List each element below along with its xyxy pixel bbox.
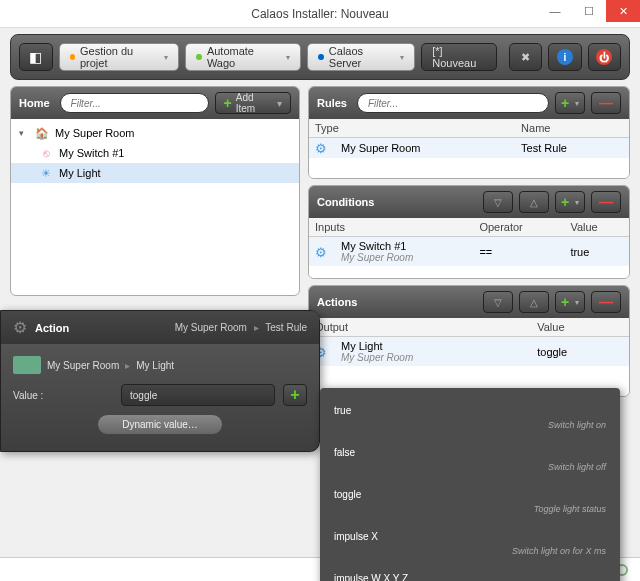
arrow-up-icon: △ <box>530 197 538 208</box>
chevron-down-icon: ▾ <box>575 298 579 307</box>
actions-add-button[interactable]: +▾ <box>555 291 585 313</box>
window-minimize-button[interactable]: — <box>538 0 572 22</box>
dropdown-item-impulse-wxyz[interactable]: impulse W X Y Z Blink the light followin… <box>320 560 620 581</box>
plus-icon: + <box>561 294 569 310</box>
rules-filter-input[interactable] <box>357 93 549 113</box>
rules-col-name: Name <box>515 119 629 138</box>
conditions-panel: Conditions ▽ △ +▾ — Inputs Operator Valu… <box>308 185 630 279</box>
home-panel-title: Home <box>19 97 50 109</box>
value-add-button[interactable]: + <box>283 384 307 406</box>
gear-icon: ⚙ <box>315 141 329 155</box>
project-menu-button[interactable]: Gestion du projet ▾ <box>59 43 180 71</box>
rules-panel: Rules +▾ — Type Name ⚙ My Super Room Tes… <box>308 86 630 179</box>
dropdown-item-label: true <box>334 405 351 416</box>
actions-row-room: My Super Room <box>341 352 525 363</box>
rules-remove-button[interactable]: — <box>591 92 621 114</box>
project-menu-label: Gestion du projet <box>80 45 156 69</box>
conditions-remove-button[interactable]: — <box>591 191 621 213</box>
minus-icon: — <box>599 95 613 111</box>
add-item-button[interactable]: + Add Item ▾ <box>215 92 291 114</box>
power-button[interactable]: ⏻ <box>588 43 622 71</box>
server-menu-button[interactable]: Calaos Server ▾ <box>307 43 415 71</box>
actions-table: Output Value ⚙ My Light My Super Room to… <box>309 318 629 366</box>
actions-row[interactable]: ⚙ My Light My Super Room toggle <box>309 337 629 367</box>
action-popup-breadcrumb: My Super Room ▸ Test Rule <box>175 322 307 333</box>
pencil-icon <box>70 54 75 60</box>
actions-up-button[interactable]: △ <box>519 291 549 313</box>
wago-menu-button[interactable]: Automate Wago ▾ <box>185 43 301 71</box>
actions-col-value: Value <box>531 318 629 337</box>
value-input[interactable] <box>121 384 275 406</box>
rules-table: Type Name ⚙ My Super Room Test Rule <box>309 119 629 158</box>
tree-room-label: My Super Room <box>55 127 134 139</box>
home-tree: ▾ 🏠 My Super Room ⎋ My Switch #1 ☀ My Li… <box>11 119 299 187</box>
app-logo-button[interactable]: ◧ <box>19 43 53 71</box>
breadcrumb-rule: Test Rule <box>265 322 307 333</box>
conditions-row-val: true <box>564 237 629 267</box>
dynamic-value-button[interactable]: Dynamic value… <box>97 414 223 435</box>
wago-menu-label: Automate Wago <box>207 45 279 69</box>
rules-add-button[interactable]: +▾ <box>555 92 585 114</box>
rules-row-name: Test Rule <box>515 138 629 159</box>
dropdown-item-true[interactable]: true Switch light on <box>320 392 620 434</box>
dropdown-item-desc: Switch light off <box>334 462 606 472</box>
gear-icon: ⚙ <box>315 245 329 259</box>
tab-nouveau[interactable]: [*] Nouveau <box>421 43 496 71</box>
gear-icon: ⚙ <box>13 318 27 337</box>
conditions-row-input: My Switch #1 <box>341 240 406 252</box>
action-path-light: My Light <box>136 360 174 371</box>
plus-icon: + <box>561 194 569 210</box>
tab-label: [*] Nouveau <box>432 45 485 69</box>
actions-row-val: toggle <box>531 337 629 367</box>
plus-icon: + <box>561 95 569 111</box>
info-button[interactable]: i <box>548 43 582 71</box>
chevron-down-icon: ▾ <box>164 53 168 62</box>
value-label: Value : <box>13 390 113 401</box>
window-titlebar: Calaos Installer: Nouveau — ☐ ✕ <box>0 0 640 28</box>
chevron-down-icon: ▾ <box>286 53 290 62</box>
tree-light[interactable]: ☀ My Light <box>11 163 299 183</box>
window-maximize-button[interactable]: ☐ <box>572 0 606 22</box>
dropdown-item-false[interactable]: false Switch light off <box>320 434 620 476</box>
conditions-row[interactable]: ⚙ My Switch #1 My Super Room == true <box>309 237 629 267</box>
dropdown-item-desc: Toggle light status <box>334 504 606 514</box>
conditions-panel-title: Conditions <box>317 196 374 208</box>
room-icon: 🏠 <box>35 126 49 140</box>
tree-switch[interactable]: ⎋ My Switch #1 <box>11 143 299 163</box>
tools-button[interactable]: ✖ <box>509 43 543 71</box>
window-close-button[interactable]: ✕ <box>606 0 640 22</box>
wrench-icon: ✖ <box>521 51 530 64</box>
breadcrumb-room: My Super Room <box>175 322 247 333</box>
value-dropdown-menu: true Switch light on false Switch light … <box>320 388 620 581</box>
dropdown-item-toggle[interactable]: toggle Toggle light status <box>320 476 620 518</box>
actions-panel: Actions ▽ △ +▾ — Output Value ⚙ My Light <box>308 285 630 397</box>
conditions-row-room: My Super Room <box>341 252 467 263</box>
conditions-add-button[interactable]: +▾ <box>555 191 585 213</box>
chevron-down-icon: ▾ <box>575 99 579 108</box>
switch-icon: ⎋ <box>39 146 53 160</box>
conditions-down-button[interactable]: ▽ <box>483 191 513 213</box>
tree-room[interactable]: ▾ 🏠 My Super Room <box>11 123 299 143</box>
collapse-icon[interactable]: ▾ <box>19 128 29 138</box>
arrow-down-icon: ▽ <box>494 197 502 208</box>
dropdown-item-label: false <box>334 447 355 458</box>
tree-light-label: My Light <box>59 167 101 179</box>
action-editor-popup: ⚙ Action My Super Room ▸ Test Rule My Su… <box>0 310 320 452</box>
conditions-table: Inputs Operator Value ⚙ My Switch #1 My … <box>309 218 629 266</box>
light-icon: ☀ <box>39 166 53 180</box>
conditions-row-op: == <box>473 237 564 267</box>
minus-icon: — <box>599 294 613 310</box>
dropdown-item-impulse-x[interactable]: impulse X Switch light on for X ms <box>320 518 620 560</box>
rules-row[interactable]: ⚙ My Super Room Test Rule <box>309 138 629 159</box>
actions-remove-button[interactable]: — <box>591 291 621 313</box>
conditions-up-button[interactable]: △ <box>519 191 549 213</box>
actions-col-output: Output <box>309 318 531 337</box>
rules-panel-title: Rules <box>317 97 347 109</box>
rules-row-type: My Super Room <box>335 138 515 159</box>
dropdown-item-desc: Switch light on for X ms <box>334 546 606 556</box>
chevron-right-icon: ▸ <box>254 322 259 333</box>
home-filter-input[interactable] <box>60 93 209 113</box>
power-icon: ⏻ <box>596 49 612 65</box>
actions-down-button[interactable]: ▽ <box>483 291 513 313</box>
action-path-room: My Super Room <box>47 360 119 371</box>
